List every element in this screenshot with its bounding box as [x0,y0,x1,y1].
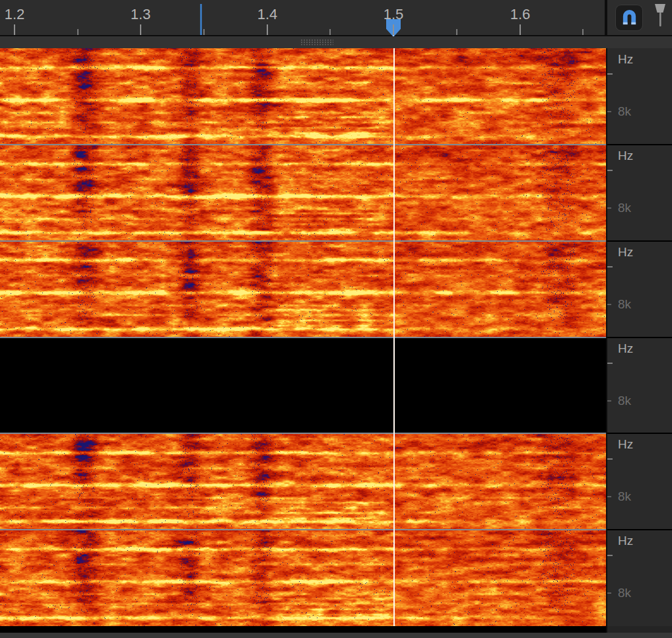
frequency-tick [607,458,613,460]
frequency-tick [607,592,611,594]
ruler-tick-label: 1.4 [257,6,278,23]
ruler-tick-label: 1.5 [384,6,404,23]
frequency-tick [607,555,613,556]
channel-scale-row[interactable]: Hz8k [607,48,672,145]
unit-label: Hz [618,341,633,356]
zoom-navigator-bar[interactable] [0,36,672,48]
panel-footer [607,626,672,633]
pin-icon [653,3,667,28]
ruler-minor-tick [456,29,457,35]
frequency-tick [607,400,611,402]
editor-main-view: Hz8kHz8kHz8kHz8kHz8kHz8k [0,48,672,633]
spectrogram-display[interactable] [0,48,606,626]
channel-scale-row[interactable]: Hz8k [607,433,672,530]
display-footer-strip [0,626,606,633]
ruler-major-tick [520,24,521,35]
frequency-label: 8k [618,394,631,408]
ruler-major-tick [140,24,141,35]
channel-scale-row[interactable]: Hz8k [607,145,672,241]
app-root: 1.21.31.41.51.6 Hz8kH [0,0,672,638]
magnet-icon [621,9,638,26]
unit-label: Hz [618,245,633,260]
frequency-tick [607,363,613,364]
ruler-tick-label: 1.6 [510,6,531,23]
frequency-tick [607,496,611,497]
unit-label: Hz [618,149,633,163]
ruler-minor-tick [77,29,79,35]
ruler-minor-tick [582,29,584,35]
ruler-toolbar [605,0,672,36]
scrollbar-grip[interactable] [300,39,333,46]
frequency-tick [607,207,611,209]
ruler-major-tick [14,24,15,35]
snap-toggle-button[interactable] [615,5,643,31]
frequency-label: 8k [618,489,631,504]
frequency-tick [607,304,611,305]
frequency-tick [607,266,613,267]
ruler-tick-label: 1.3 [131,6,151,23]
frequency-label: 8k [618,104,631,119]
unit-label: Hz [618,52,633,67]
channel-scale-row[interactable]: Hz8k [607,241,672,337]
unit-label: Hz [618,534,633,548]
timeline-header: 1.21.31.41.51.6 [0,0,672,36]
ruler-major-tick [267,24,268,35]
frequency-label: 8k [618,297,631,312]
ruler-tick-label: 1.2 [5,6,25,23]
timeline-marker[interactable] [200,4,202,35]
frequency-scale-panel[interactable]: Hz8kHz8kHz8kHz8kHz8kHz8k [606,48,672,633]
timeline-ruler[interactable]: 1.21.31.41.51.6 [0,0,605,36]
frequency-label: 8k [618,201,631,215]
frequency-tick [607,170,613,171]
playhead-line[interactable] [393,48,395,626]
unit-label: Hz [618,437,633,452]
ruler-minor-tick [329,29,331,35]
pin-tool-button[interactable] [652,3,669,32]
ruler-major-tick [393,24,394,35]
ruler-minor-tick [203,29,205,35]
channel-scale-row[interactable]: Hz8k [607,530,672,626]
frequency-tick [607,111,611,112]
frequency-tick [607,73,613,75]
bottom-bar [0,633,672,638]
channel-scale-row[interactable]: Hz8k [607,337,672,434]
frequency-label: 8k [618,586,631,600]
